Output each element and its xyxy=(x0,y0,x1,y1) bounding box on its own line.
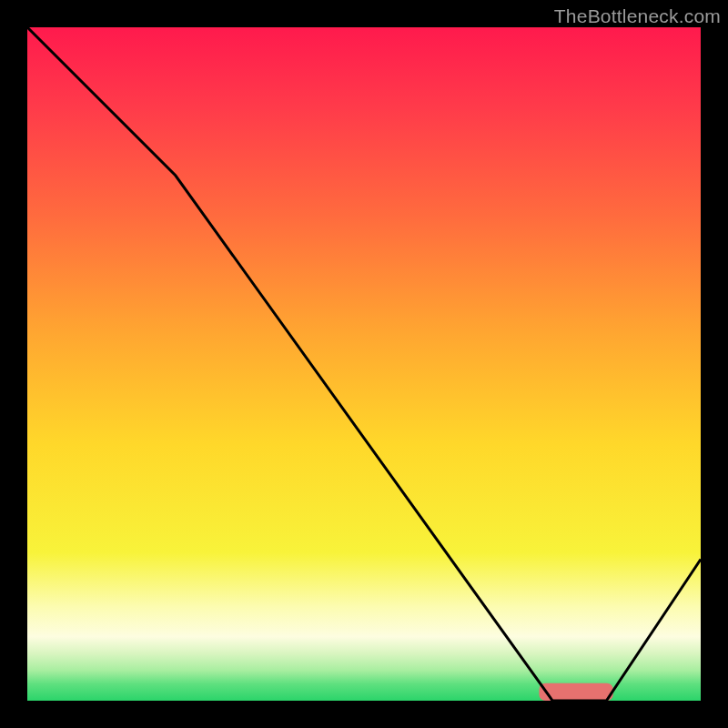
chart-frame: TheBottleneck.com xyxy=(0,0,728,728)
chart-svg xyxy=(27,27,701,701)
plot-area xyxy=(27,27,701,701)
watermark-text: TheBottleneck.com xyxy=(554,5,721,27)
